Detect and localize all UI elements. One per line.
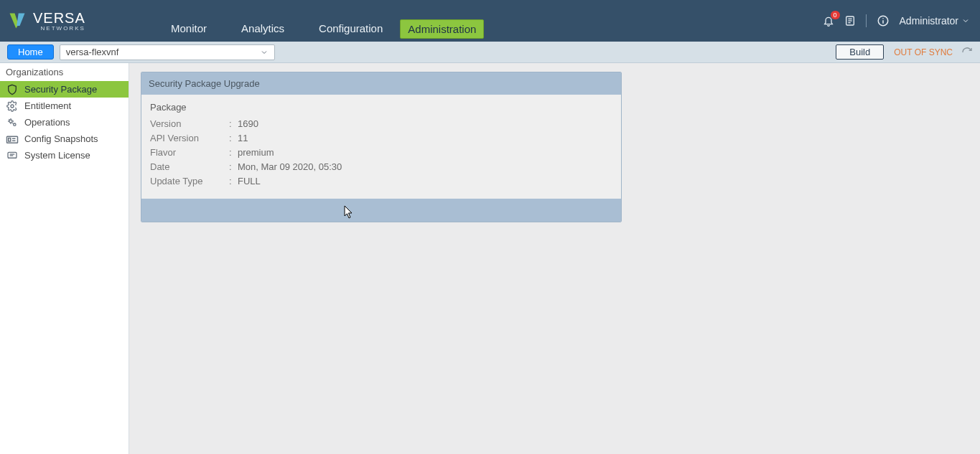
- user-menu[interactable]: Administrator: [900, 15, 970, 27]
- svg-point-7: [11, 105, 14, 108]
- svg-point-9: [14, 123, 16, 126]
- kv-row: Flavor : premium: [150, 146, 612, 160]
- svg-rect-11: [9, 138, 11, 141]
- sidebar: Organizations Security Package Entitleme…: [0, 63, 129, 454]
- sidebar-item-label: Config Snapshots: [24, 133, 98, 144]
- kv-row: Update Type : FULL: [150, 174, 612, 189]
- kv-row: Date : Mon, Mar 09 2020, 05:30: [150, 160, 612, 174]
- top-nav: Monitor Analytics Configuration Administ…: [146, 0, 823, 42]
- kv-colon: :: [229, 160, 238, 174]
- shield-refresh-icon: [6, 84, 19, 95]
- notifications-icon[interactable]: 0: [823, 15, 834, 27]
- build-button[interactable]: Build: [836, 44, 884, 60]
- kv-key: Flavor: [150, 146, 229, 160]
- brand-mark-icon: [7, 11, 27, 31]
- content-area: Security Package Upgrade Package Version…: [129, 63, 980, 454]
- sidebar-item-label: Security Package: [24, 84, 97, 95]
- panel-body: Package Version : 1690 API Version : 11 …: [141, 95, 621, 199]
- user-label: Administrator: [900, 15, 958, 27]
- tasks-icon[interactable]: [844, 15, 856, 27]
- brand-logo: VERSA NETWORKS: [0, 0, 146, 42]
- kv-value: 11: [238, 131, 248, 146]
- refresh-icon[interactable]: [961, 47, 973, 58]
- header-right: 0 Administrator: [823, 0, 980, 42]
- sidebar-item-operations[interactable]: Operations: [0, 114, 129, 131]
- home-button[interactable]: Home: [7, 44, 54, 60]
- kv-colon: :: [229, 174, 238, 189]
- panel-section-title: Package: [150, 102, 612, 113]
- app-header: VERSA NETWORKS Monitor Analytics Configu…: [0, 0, 980, 42]
- kv-value: FULL: [238, 174, 261, 189]
- panel-footer: [141, 199, 621, 222]
- sidebar-item-security-package[interactable]: Security Package: [0, 81, 129, 98]
- separator: [866, 14, 867, 27]
- tab-configuration[interactable]: Configuration: [302, 18, 400, 39]
- kv-key: Version: [150, 117, 229, 131]
- kv-row: API Version : 11: [150, 131, 612, 146]
- gear-icon: [6, 100, 19, 112]
- panel-title: Security Package Upgrade: [141, 72, 621, 95]
- kv-key: API Version: [150, 131, 229, 146]
- sidebar-item-label: Entitlement: [24, 100, 71, 111]
- brand-sub: NETWORKS: [33, 25, 85, 32]
- license-icon: [6, 150, 19, 161]
- kv-key: Update Type: [150, 174, 229, 189]
- svg-point-8: [9, 120, 12, 123]
- sync-status: OUT OF SYNC: [894, 47, 953, 57]
- security-package-panel: Security Package Upgrade Package Version…: [141, 72, 622, 222]
- svg-rect-14: [8, 152, 17, 158]
- device-selector[interactable]: versa-flexvnf: [60, 44, 275, 60]
- chevron-down-icon: [961, 16, 970, 25]
- device-selector-value: versa-flexvnf: [66, 47, 119, 57]
- kv-value: Mon, Mar 09 2020, 05:30: [238, 160, 342, 174]
- sidebar-item-config-snapshots[interactable]: Config Snapshots: [0, 131, 129, 147]
- sidebar-item-system-license[interactable]: System License: [0, 147, 129, 164]
- cogs-icon: [6, 117, 19, 128]
- chevron-down-icon: [260, 48, 269, 57]
- sidebar-item-label: System License: [24, 150, 90, 161]
- tab-monitor[interactable]: Monitor: [154, 18, 224, 39]
- tab-administration[interactable]: Administration: [400, 19, 484, 39]
- sidebar-item-label: Operations: [24, 117, 70, 128]
- kv-value: premium: [238, 146, 274, 160]
- notification-badge: 0: [831, 11, 840, 19]
- kv-colon: :: [229, 146, 238, 160]
- tab-analytics[interactable]: Analytics: [224, 18, 302, 39]
- kv-value: 1690: [238, 117, 258, 131]
- svg-point-6: [882, 18, 884, 19]
- sub-bar: Home versa-flexvnf Build OUT OF SYNC: [0, 42, 980, 63]
- body: Organizations Security Package Entitleme…: [0, 63, 980, 454]
- snapshot-icon: [6, 134, 19, 144]
- sidebar-item-entitlement[interactable]: Entitlement: [0, 98, 129, 114]
- info-icon[interactable]: [877, 14, 890, 27]
- kv-colon: :: [229, 117, 238, 131]
- brand-name: VERSA: [33, 10, 85, 26]
- brand-text: VERSA NETWORKS: [33, 10, 85, 32]
- kv-colon: :: [229, 131, 238, 146]
- kv-key: Date: [150, 160, 229, 174]
- sidebar-heading: Organizations: [0, 63, 129, 81]
- kv-row: Version : 1690: [150, 117, 612, 131]
